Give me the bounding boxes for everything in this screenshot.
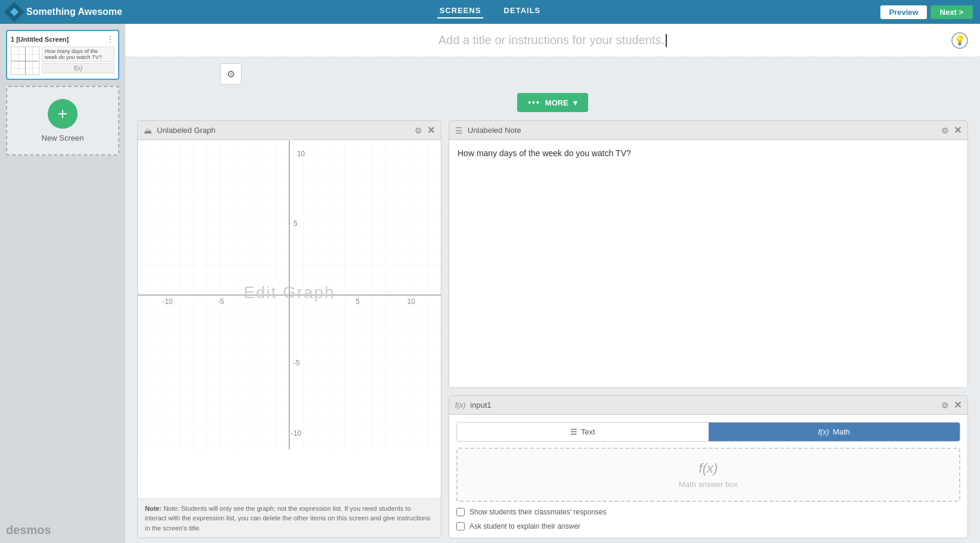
classmates-label: Show students their classmates' response… <box>469 508 607 516</box>
logo-diamond-inner <box>10 8 18 16</box>
screen-thumb-graph <box>11 46 39 75</box>
graph-panel-header: ⛰ Unlabeled Graph ⚙ ✕ <box>138 121 441 140</box>
note-panel-title: Unlabeled Note <box>468 126 521 135</box>
note-gear-icon[interactable]: ⚙ <box>941 126 949 135</box>
new-screen-plus-icon: + <box>48 99 78 129</box>
input-panel-header-right: ⚙ ✕ <box>941 399 962 411</box>
screen-number-label: 1 [Untitled Screen] <box>11 36 69 43</box>
text-tab-icon: ☰ <box>570 427 577 436</box>
graph-close-button[interactable]: ✕ <box>427 125 435 136</box>
graph-note-bold: Note: <box>145 505 162 512</box>
text-tab-label: Text <box>581 427 595 436</box>
more-btn-row: ••• MORE ▾ <box>125 87 980 116</box>
note-panel-header-right: ⚙ ✕ <box>941 125 962 136</box>
graph-panel-header-right: ⚙ ✕ <box>415 125 435 136</box>
more-button[interactable]: ••• MORE ▾ <box>517 93 588 112</box>
svg-text:-10: -10 <box>291 429 302 437</box>
screen-thumb: How many days of the week do you watch T… <box>11 46 115 75</box>
app-name: Something Awesome <box>26 7 122 17</box>
svg-text:Edit Graph: Edit Graph <box>243 283 335 302</box>
graph-gear-icon[interactable]: ⚙ <box>415 126 422 135</box>
note-panel: ☰ Unlabeled Note ⚙ ✕ How many days of th… <box>449 120 968 388</box>
nav-right: Preview Next > <box>880 5 973 19</box>
graph-icon: ⛰ <box>144 126 152 135</box>
new-screen-card[interactable]: + New Screen <box>6 86 119 156</box>
mini-y-axis <box>25 47 26 75</box>
input-panel-header-left: f(x) input1 <box>455 401 491 409</box>
input-gear-icon[interactable]: ⚙ <box>941 401 949 410</box>
more-dots-icon: ••• <box>528 98 540 107</box>
graph-panel-title: Unlabeled Graph <box>157 126 215 135</box>
logo-diamond-icon <box>4 2 24 22</box>
screen-card-1[interactable]: 1 [Untitled Screen] ⋮ How many days of t… <box>6 30 119 80</box>
text-tab[interactable]: ☰ Text <box>457 423 709 441</box>
screen-card-header: 1 [Untitled Screen] ⋮ <box>11 35 115 44</box>
graph-canvas[interactable]: -5 -10 5 10 10 5 -5 -10 Edit Graph <box>138 140 441 450</box>
new-screen-label: New Screen <box>42 134 84 142</box>
input-panel-header: f(x) input1 ⚙ ✕ <box>449 396 967 415</box>
input-panel-title: input1 <box>470 401 491 409</box>
title-bar[interactable]: Add a title or instructions for your stu… <box>125 24 980 57</box>
math-answer-box: f(x) Math answer box <box>456 448 960 502</box>
tab-details[interactable]: DETAILS <box>502 6 543 18</box>
svg-text:-5: -5 <box>218 297 224 306</box>
graph-note: Note: Note: Students will only see the g… <box>138 498 441 538</box>
input-body: ☰ Text f(x) Math f(x) Math answer box <box>449 415 967 538</box>
svg-text:5: 5 <box>293 219 298 228</box>
input-panel: f(x) input1 ⚙ ✕ ☰ Text <box>449 395 968 538</box>
tab-screens[interactable]: SCREENS <box>437 6 484 18</box>
explain-checkbox[interactable] <box>456 522 465 530</box>
math-fx-symbol: f(x) <box>699 461 718 476</box>
hint-icon[interactable]: 💡 <box>951 32 968 49</box>
preview-button[interactable]: Preview <box>880 5 926 19</box>
graph-note-text: Note: Students will only see the graph; … <box>145 505 430 532</box>
note-close-button[interactable]: ✕ <box>954 125 962 136</box>
note-content: How many days of the week do you watch T… <box>457 148 631 158</box>
nav-tabs: SCREENS DETAILS <box>437 6 543 18</box>
app-logo: Something Awesome <box>7 5 122 19</box>
settings-button[interactable]: ⚙ <box>220 63 242 85</box>
next-button[interactable]: Next > <box>930 5 973 19</box>
main-content: Add a title or instructions for your stu… <box>125 24 980 543</box>
svg-text:10: 10 <box>407 297 416 306</box>
more-label: MORE <box>545 98 568 107</box>
screen-thumb-note: How many days of the week do you watch T… <box>42 46 115 62</box>
title-placeholder[interactable]: Add a title or instructions for your stu… <box>438 33 664 47</box>
math-box-label: Math answer box <box>679 480 738 489</box>
left-sidebar: 1 [Untitled Screen] ⋮ How many days of t… <box>0 24 125 543</box>
title-cursor <box>666 34 667 47</box>
right-panels: ☰ Unlabeled Note ⚙ ✕ How many days of th… <box>449 120 968 538</box>
note-icon: ☰ <box>455 126 463 135</box>
checkbox-row-2: Ask student to explain their answer <box>456 522 960 530</box>
more-arrow-icon: ▾ <box>573 98 577 107</box>
math-tab[interactable]: f(x) Math <box>709 423 960 441</box>
panels-row: ⛰ Unlabeled Graph ⚙ ✕ <box>125 116 980 543</box>
svg-text:10: 10 <box>297 150 305 158</box>
graph-body[interactable]: -5 -10 5 10 10 5 -5 -10 Edit Graph <box>138 140 441 498</box>
desmos-label: desmos <box>6 517 119 537</box>
note-panel-header-left: ☰ Unlabeled Note <box>455 126 521 135</box>
classmates-checkbox[interactable] <box>456 508 465 516</box>
input-tabs: ☰ Text f(x) Math <box>456 422 960 442</box>
svg-text:5: 5 <box>355 297 360 306</box>
checkbox-row-1: Show students their classmates' response… <box>456 508 960 516</box>
screen-thumb-text: How many days of the week do you watch T… <box>42 46 115 75</box>
input-close-button[interactable]: ✕ <box>954 399 962 411</box>
input-fx-icon: f(x) <box>455 401 465 409</box>
svg-text:-10: -10 <box>162 297 173 306</box>
explain-label: Ask student to explain their answer <box>469 522 580 530</box>
graph-panel-header-left: ⛰ Unlabeled Graph <box>144 126 215 135</box>
screen-menu-icon[interactable]: ⋮ <box>106 35 115 44</box>
main-layout: 1 [Untitled Screen] ⋮ How many days of t… <box>0 24 980 543</box>
graph-panel: ⛰ Unlabeled Graph ⚙ ✕ <box>137 120 441 538</box>
math-tab-icon: f(x) <box>818 427 829 436</box>
svg-text:-5: -5 <box>293 359 300 367</box>
math-tab-label: Math <box>833 427 850 436</box>
note-panel-header: ☰ Unlabeled Note ⚙ ✕ <box>449 121 967 140</box>
screen-thumb-input: f(x) <box>42 63 115 73</box>
top-nav: Something Awesome SCREENS DETAILS Previe… <box>0 0 980 24</box>
note-body: How many days of the week do you watch T… <box>449 140 967 166</box>
